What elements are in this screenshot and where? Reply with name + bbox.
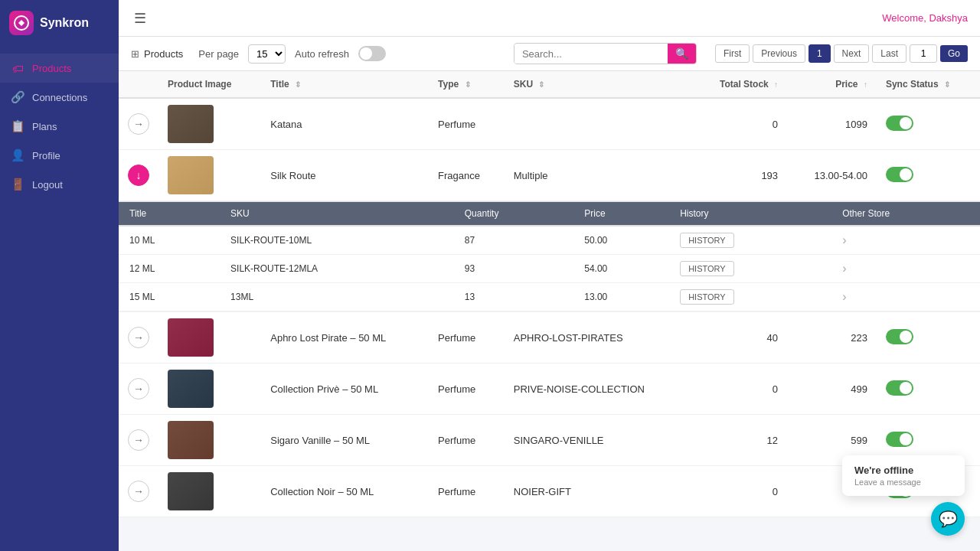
svg-rect-8 bbox=[168, 370, 214, 408]
products-icon: 🏷 bbox=[11, 61, 24, 75]
row-sync bbox=[877, 150, 980, 201]
sidebar-item-plans[interactable]: 📋 Plans bbox=[0, 112, 119, 141]
app-logo bbox=[9, 11, 34, 35]
sub-history: HISTORY bbox=[669, 255, 831, 283]
previous-page-button[interactable]: Previous bbox=[753, 44, 805, 63]
chat-widget: We're offline Leave a message 💬 bbox=[842, 455, 965, 536]
sub-other-store: › bbox=[831, 283, 980, 311]
row-title: Collection Privè – 50 ML bbox=[261, 364, 429, 415]
chevron-right-icon[interactable]: › bbox=[842, 290, 846, 303]
sub-table-data-row: 15 ML 13ML 13 13.00 HISTORY › bbox=[119, 283, 980, 311]
sub-table-cell: TitleSKUQuantityPriceHistoryOther Store … bbox=[119, 201, 980, 312]
sync-toggle[interactable] bbox=[886, 432, 913, 447]
row-price: 223 bbox=[787, 312, 877, 364]
sidebar-item-products-label: Products bbox=[32, 63, 71, 74]
col-header-title: Title ⇕ bbox=[261, 71, 429, 98]
chat-button[interactable]: 💬 bbox=[931, 502, 965, 536]
topbar-left: ☰ bbox=[131, 7, 149, 30]
go-button[interactable]: Go bbox=[940, 45, 968, 62]
sub-col-header: Title bbox=[119, 202, 220, 226]
row-stock: 40 bbox=[691, 312, 787, 364]
sidebar-item-products[interactable]: 🏷 Products bbox=[0, 54, 119, 83]
sidebar-item-logout[interactable]: 🚪 Logout bbox=[0, 170, 119, 199]
sub-qty: 87 bbox=[454, 226, 573, 255]
sub-sku: 13ML bbox=[220, 283, 454, 311]
row-image-cell bbox=[158, 364, 261, 415]
hamburger-button[interactable]: ☰ bbox=[131, 7, 149, 30]
sidebar-nav: 🏷 Products 🔗 Connections 📋 Plans 👤 Profi… bbox=[0, 46, 119, 207]
row-title: Sigaro Vanille – 50 ML bbox=[261, 415, 429, 466]
row-title: Aphro Lost Pirate – 50 ML bbox=[261, 312, 429, 364]
per-page-select[interactable]: 15 10 25 50 bbox=[248, 44, 286, 64]
download-button[interactable]: ↓ bbox=[128, 165, 149, 186]
svg-rect-12 bbox=[168, 472, 214, 510]
row-arrow-cell: → bbox=[119, 312, 158, 364]
sub-col-header: Quantity bbox=[454, 202, 573, 226]
table-row: →Aphro Lost Pirate – 50 MLPerfumeAPHRO-L… bbox=[119, 312, 980, 364]
row-arrow-cell: → bbox=[119, 364, 158, 415]
row-stock: 12 bbox=[691, 415, 787, 466]
row-type: Perfume bbox=[429, 98, 505, 150]
navigate-button[interactable]: → bbox=[128, 113, 149, 135]
app-brand: Synkron bbox=[40, 16, 89, 30]
sub-title: 10 ML bbox=[119, 226, 220, 255]
row-stock: 0 bbox=[691, 466, 787, 517]
svg-rect-4 bbox=[168, 156, 214, 194]
auto-refresh-toggle[interactable] bbox=[358, 46, 386, 61]
row-price: 499 bbox=[787, 364, 877, 415]
sidebar-item-connections[interactable]: 🔗 Connections bbox=[0, 83, 119, 112]
chevron-right-icon[interactable]: › bbox=[842, 233, 846, 246]
sync-toggle[interactable] bbox=[886, 329, 913, 344]
row-image-cell bbox=[158, 312, 261, 364]
navigate-button[interactable]: → bbox=[128, 481, 149, 502]
sub-title: 15 ML bbox=[119, 283, 220, 311]
sidebar-header: Synkron bbox=[0, 0, 119, 46]
sub-table-wrapper: TitleSKUQuantityPriceHistoryOther Store … bbox=[119, 201, 980, 311]
sidebar-item-profile[interactable]: 👤 Profile bbox=[0, 141, 119, 170]
row-sync bbox=[877, 312, 980, 364]
row-stock: 193 bbox=[691, 150, 787, 201]
next-page-button[interactable]: Next bbox=[834, 44, 870, 63]
sync-toggle[interactable] bbox=[886, 116, 913, 131]
page-jump-input[interactable] bbox=[910, 44, 937, 63]
products-label-group: ⊞ Products bbox=[131, 48, 183, 60]
sub-table-data-row: 10 ML SILK-ROUTE-10ML 87 50.00 HISTORY › bbox=[119, 226, 980, 255]
welcome-text[interactable]: Welcome, Dakshya bbox=[882, 12, 968, 24]
sub-title: 12 ML bbox=[119, 255, 220, 283]
sub-price: 54.00 bbox=[573, 255, 669, 283]
row-sku: APHRO-LOST-PIRATES bbox=[505, 312, 691, 364]
col-header-type: Type ⇕ bbox=[429, 71, 505, 98]
row-price: 13.00-54.00 bbox=[787, 150, 877, 201]
table-header-row: Product Image Title ⇕ Type ⇕ SKU ⇕ Total… bbox=[119, 71, 980, 98]
navigate-button[interactable]: → bbox=[128, 378, 149, 399]
row-image-cell bbox=[158, 98, 261, 150]
sub-col-header: History bbox=[669, 202, 831, 226]
sub-history: HISTORY bbox=[669, 226, 831, 255]
grid-icon: ⊞ bbox=[131, 48, 139, 60]
history-button[interactable]: HISTORY bbox=[680, 233, 734, 248]
products-table-wrapper: Product Image Title ⇕ Type ⇕ SKU ⇕ Total… bbox=[119, 71, 980, 517]
search-input[interactable] bbox=[514, 44, 668, 64]
topbar: ☰ Welcome, Dakshya bbox=[119, 0, 980, 37]
row-title: Silk Route bbox=[261, 150, 429, 201]
sync-toggle[interactable] bbox=[886, 380, 913, 396]
search-button[interactable]: 🔍 bbox=[668, 44, 696, 64]
row-sku: NOIER-GIFT bbox=[505, 466, 691, 517]
current-page-button[interactable]: 1 bbox=[808, 44, 831, 63]
sub-price: 50.00 bbox=[573, 226, 669, 255]
svg-rect-10 bbox=[168, 421, 214, 459]
row-type: Perfume bbox=[429, 364, 505, 415]
last-page-button[interactable]: Last bbox=[872, 44, 906, 63]
table-row: ↓Silk RouteFraganceMultiple19313.00-54.0… bbox=[119, 150, 980, 201]
history-button[interactable]: HISTORY bbox=[680, 289, 734, 305]
history-button[interactable]: HISTORY bbox=[680, 261, 734, 276]
first-page-button[interactable]: First bbox=[715, 44, 750, 63]
products-toolbar: ⊞ Products Per page 15 10 25 50 Auto ref… bbox=[119, 37, 980, 71]
navigate-button[interactable]: → bbox=[128, 429, 149, 451]
col-header-image: Product Image bbox=[158, 71, 261, 98]
sync-toggle[interactable] bbox=[886, 167, 913, 182]
chevron-right-icon[interactable]: › bbox=[842, 262, 846, 275]
sub-price: 13.00 bbox=[573, 283, 669, 311]
navigate-button[interactable]: → bbox=[128, 327, 149, 348]
table-row: →KatanaPerfume01099 bbox=[119, 98, 980, 150]
